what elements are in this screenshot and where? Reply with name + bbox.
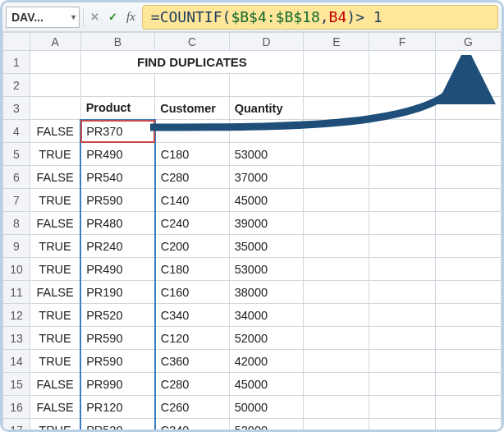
header-product[interactable]: Product — [80, 97, 155, 120]
cell[interactable]: 52000 — [229, 419, 304, 430]
cell[interactable] — [435, 258, 501, 281]
cell[interactable] — [369, 120, 435, 143]
cell[interactable] — [435, 120, 501, 143]
cell[interactable] — [304, 396, 369, 419]
cell[interactable] — [435, 419, 501, 430]
cell[interactable]: TRUE — [30, 189, 80, 212]
row-header[interactable]: 1 — [3, 51, 30, 74]
cell[interactable]: 38000 — [229, 281, 304, 304]
cell[interactable]: FALSE — [30, 212, 80, 235]
cell[interactable]: 37000 — [229, 166, 304, 189]
cell[interactable] — [369, 327, 435, 350]
cell[interactable] — [304, 304, 369, 327]
cell[interactable]: 52000 — [229, 327, 304, 350]
cell[interactable] — [435, 143, 501, 166]
cell[interactable] — [435, 281, 501, 304]
cell[interactable] — [369, 281, 435, 304]
cell[interactable]: PR240 — [80, 235, 155, 258]
cell[interactable] — [435, 304, 501, 327]
cell[interactable] — [304, 258, 369, 281]
cell[interactable]: 35000 — [229, 235, 304, 258]
cell[interactable]: 45000 — [229, 373, 304, 396]
cell[interactable]: TRUE — [30, 327, 80, 350]
row-header[interactable]: 9 — [3, 235, 30, 258]
spreadsheet-grid[interactable]: A B C D E F G 1FIND DUPLICATES23ProductC… — [2, 32, 502, 430]
chevron-down-icon[interactable]: ▾ — [71, 12, 76, 21]
cell[interactable] — [304, 419, 369, 430]
cell[interactable] — [369, 143, 435, 166]
cell[interactable]: 39000 — [229, 212, 304, 235]
cell[interactable] — [435, 97, 501, 120]
cell[interactable] — [304, 327, 369, 350]
row-header[interactable]: 3 — [3, 97, 30, 120]
cell[interactable] — [435, 74, 501, 97]
cell[interactable] — [369, 373, 435, 396]
cell[interactable]: FALSE — [30, 120, 80, 143]
cell[interactable]: FALSE — [30, 373, 80, 396]
row-header[interactable]: 5 — [3, 143, 30, 166]
cell[interactable]: PR990 — [80, 373, 155, 396]
cell[interactable] — [369, 74, 435, 97]
formula-input[interactable]: =COUNTIF($B$4:$B$18, B4) > 1 — [142, 5, 498, 30]
row-header[interactable]: 2 — [3, 74, 30, 97]
cell[interactable]: C360 — [155, 350, 230, 373]
select-all-corner[interactable] — [3, 33, 30, 51]
cell[interactable]: TRUE — [30, 304, 80, 327]
row-header[interactable]: 10 — [3, 258, 30, 281]
cell[interactable] — [435, 373, 501, 396]
cell[interactable] — [369, 350, 435, 373]
cell[interactable] — [435, 350, 501, 373]
row-header[interactable]: 7 — [3, 189, 30, 212]
cell[interactable]: PR590 — [80, 350, 155, 373]
cell[interactable] — [304, 97, 369, 120]
cell[interactable] — [304, 143, 369, 166]
col-header-D[interactable]: D — [229, 33, 304, 51]
cell[interactable]: PR590 — [80, 189, 155, 212]
header-quantity[interactable]: Quantity — [229, 97, 304, 120]
cell[interactable] — [30, 97, 80, 120]
cell[interactable] — [435, 396, 501, 419]
cell[interactable] — [30, 51, 80, 74]
cell[interactable] — [304, 373, 369, 396]
cancel-button[interactable]: ✕ — [87, 10, 102, 25]
cell[interactable]: C240 — [155, 212, 230, 235]
cell[interactable]: TRUE — [30, 258, 80, 281]
col-header-G[interactable]: G — [435, 33, 501, 51]
row-header[interactable]: 15 — [3, 373, 30, 396]
cell[interactable]: 34000 — [229, 304, 304, 327]
cell[interactable] — [304, 281, 369, 304]
cell[interactable]: C180 — [155, 258, 230, 281]
cell[interactable] — [304, 350, 369, 373]
cell[interactable] — [304, 212, 369, 235]
cell[interactable]: C120 — [155, 327, 230, 350]
cell[interactable]: C140 — [155, 189, 230, 212]
cell[interactable]: C160 — [155, 281, 230, 304]
cell[interactable] — [369, 419, 435, 430]
cell[interactable]: C280 — [155, 373, 230, 396]
cell[interactable] — [229, 120, 304, 143]
enter-button[interactable]: ✓ — [105, 10, 120, 25]
cell[interactable] — [304, 74, 369, 97]
cell[interactable] — [435, 235, 501, 258]
row-header[interactable]: 11 — [3, 281, 30, 304]
page-title[interactable]: FIND DUPLICATES — [80, 51, 304, 74]
row-header[interactable]: 13 — [3, 327, 30, 350]
row-header[interactable]: 4 — [3, 120, 30, 143]
cell[interactable]: PR490 — [80, 143, 155, 166]
cell[interactable]: C260 — [155, 396, 230, 419]
cell[interactable]: PR520 — [80, 304, 155, 327]
cell[interactable] — [80, 74, 155, 97]
cell[interactable] — [369, 304, 435, 327]
cell[interactable]: PR540 — [80, 166, 155, 189]
col-header-B[interactable]: B — [80, 33, 155, 51]
row-header[interactable]: 17 — [3, 419, 30, 430]
cell[interactable] — [369, 396, 435, 419]
cell[interactable] — [435, 327, 501, 350]
header-customer[interactable]: Customer — [155, 97, 230, 120]
cell[interactable]: TRUE — [30, 143, 80, 166]
fx-icon[interactable]: fx — [123, 10, 139, 24]
row-header[interactable]: 14 — [3, 350, 30, 373]
cell[interactable] — [304, 51, 369, 74]
cell[interactable]: 45000 — [229, 189, 304, 212]
cell[interactable]: TRUE — [30, 419, 80, 430]
